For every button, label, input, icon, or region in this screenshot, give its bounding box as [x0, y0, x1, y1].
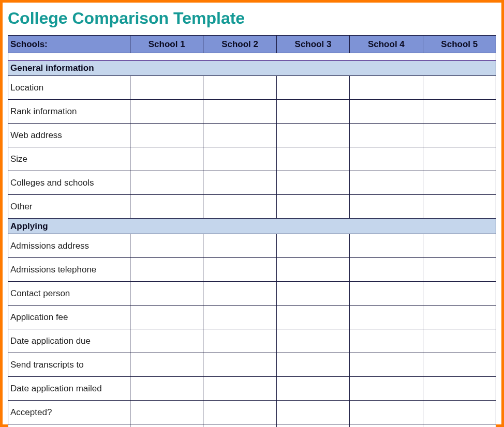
table-row: Web address: [8, 124, 496, 147]
cell[interactable]: [423, 282, 496, 306]
cell[interactable]: [130, 306, 203, 329]
cell[interactable]: [423, 306, 496, 329]
cell[interactable]: [203, 147, 276, 171]
table-row: Accepted?: [8, 401, 496, 424]
cell[interactable]: [423, 329, 496, 353]
cell[interactable]: [203, 401, 276, 424]
cell[interactable]: [130, 329, 203, 353]
cell[interactable]: [276, 124, 349, 147]
cell[interactable]: [350, 258, 423, 282]
cell[interactable]: [350, 401, 423, 424]
cell[interactable]: [350, 234, 423, 258]
cell[interactable]: [203, 282, 276, 306]
cell[interactable]: [350, 171, 423, 195]
table-row: Admissions address: [8, 234, 496, 258]
cell[interactable]: [276, 195, 349, 219]
page-title: College Comparison Template: [8, 9, 496, 28]
cell[interactable]: [276, 306, 349, 329]
table-row: Accept or decline by date: [8, 424, 496, 428]
cell[interactable]: [276, 329, 349, 353]
cell[interactable]: [350, 424, 423, 428]
cell[interactable]: [276, 353, 349, 377]
cell[interactable]: [203, 424, 276, 428]
cell[interactable]: [350, 76, 423, 100]
cell[interactable]: [130, 424, 203, 428]
header-label: Schools:: [8, 36, 130, 53]
cell[interactable]: [130, 147, 203, 171]
row-label: Web address: [8, 124, 130, 147]
cell[interactable]: [276, 76, 349, 100]
cell[interactable]: [130, 124, 203, 147]
cell[interactable]: [350, 147, 423, 171]
row-label: Accepted?: [8, 401, 130, 424]
header-school-3: School 3: [276, 36, 349, 53]
cell[interactable]: [423, 353, 496, 377]
cell[interactable]: [130, 258, 203, 282]
row-label: Application fee: [8, 306, 130, 329]
cell[interactable]: [276, 234, 349, 258]
cell[interactable]: [203, 100, 276, 124]
cell[interactable]: [203, 353, 276, 377]
cell[interactable]: [203, 234, 276, 258]
cell[interactable]: [276, 258, 349, 282]
cell[interactable]: [423, 76, 496, 100]
table-row: Rank information: [8, 100, 496, 124]
cell[interactable]: [203, 124, 276, 147]
cell[interactable]: [423, 401, 496, 424]
cell[interactable]: [130, 377, 203, 401]
cell[interactable]: [276, 147, 349, 171]
cell[interactable]: [203, 195, 276, 219]
cell[interactable]: [350, 100, 423, 124]
cell[interactable]: [423, 424, 496, 428]
header-school-1: School 1: [130, 36, 203, 53]
cell[interactable]: [423, 124, 496, 147]
cell[interactable]: [350, 306, 423, 329]
cell[interactable]: [130, 195, 203, 219]
cell[interactable]: [203, 306, 276, 329]
cell[interactable]: [130, 76, 203, 100]
row-label: Location: [8, 76, 130, 100]
cell[interactable]: [423, 147, 496, 171]
cell[interactable]: [350, 124, 423, 147]
cell[interactable]: [423, 258, 496, 282]
cell[interactable]: [423, 377, 496, 401]
cell[interactable]: [350, 377, 423, 401]
cell[interactable]: [276, 282, 349, 306]
table-row: Date application mailed: [8, 377, 496, 401]
cell[interactable]: [203, 377, 276, 401]
cell[interactable]: [203, 258, 276, 282]
cell[interactable]: [276, 401, 349, 424]
cell[interactable]: [130, 282, 203, 306]
cell[interactable]: [423, 234, 496, 258]
cell[interactable]: [350, 282, 423, 306]
cell[interactable]: [276, 424, 349, 428]
cell[interactable]: [276, 377, 349, 401]
section-header: General information: [8, 60, 496, 76]
cell[interactable]: [350, 353, 423, 377]
row-label: Admissions telephone: [8, 258, 130, 282]
cell[interactable]: [350, 329, 423, 353]
header-school-5: School 5: [423, 36, 496, 53]
cell[interactable]: [423, 171, 496, 195]
section-title: General information: [8, 60, 496, 76]
cell[interactable]: [203, 76, 276, 100]
cell[interactable]: [423, 195, 496, 219]
cell[interactable]: [130, 353, 203, 377]
table-row: Other: [8, 195, 496, 219]
section-header: Applying: [8, 219, 496, 234]
row-label: Other: [8, 195, 130, 219]
cell[interactable]: [203, 171, 276, 195]
cell[interactable]: [130, 234, 203, 258]
section-title: Applying: [8, 219, 496, 234]
row-label: Contact person: [8, 282, 130, 306]
cell[interactable]: [276, 100, 349, 124]
cell[interactable]: [276, 171, 349, 195]
cell[interactable]: [350, 195, 423, 219]
cell[interactable]: [130, 401, 203, 424]
row-label: Accept or decline by date: [8, 424, 130, 428]
cell[interactable]: [203, 329, 276, 353]
cell[interactable]: [130, 171, 203, 195]
table-row: Application fee: [8, 306, 496, 329]
cell[interactable]: [130, 100, 203, 124]
cell[interactable]: [423, 100, 496, 124]
